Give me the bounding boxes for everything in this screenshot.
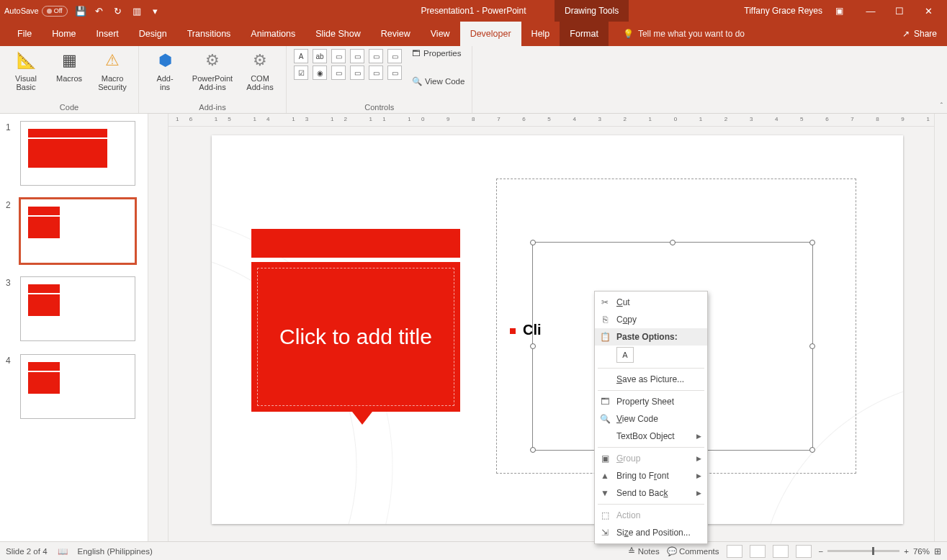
share-button[interactable]: ↗ Share <box>902 22 947 46</box>
chevron-right-icon: ▶ <box>696 433 701 440</box>
list-control-icon[interactable]: ▭ <box>331 49 346 63</box>
com-addins-button[interactable]: ⚙COM Add-ins <box>241 49 279 91</box>
ppt-addins-button[interactable]: ⚙PowerPoint Add-ins <box>189 49 235 91</box>
ribbon-group-addins: ⬢Add- ins ⚙PowerPoint Add-ins ⚙COM Add-i… <box>139 46 287 113</box>
chevron-right-icon: ▶ <box>696 489 701 497</box>
frame-control-icon[interactable]: ▭ <box>350 66 364 80</box>
macro-security-button[interactable]: ⚠Macro Security <box>94 49 131 91</box>
ribbon-group-controls: Aab▭▭▭▭ ☑◉▭▭▭▭ 🗔Properties 🔍View Code Co… <box>287 46 472 113</box>
resize-handle[interactable] <box>530 343 536 349</box>
ctx-textbox-object[interactable]: TextBox Object▶ <box>595 428 707 445</box>
ctx-send-to-back[interactable]: ▼Send to Back▶ <box>595 484 707 502</box>
qat-dropdown-icon[interactable]: ▾ <box>150 6 161 17</box>
visual-basic-button[interactable]: 📐Visual Basic <box>7 49 45 91</box>
tell-me-search[interactable]: 💡 Tell me what you want to do <box>623 22 745 46</box>
fit-to-window-button[interactable]: ⊞ <box>934 546 941 556</box>
notes-button[interactable]: ≙ Notes <box>628 546 659 556</box>
tab-developer[interactable]: Developer <box>460 22 521 46</box>
thumbnail-3[interactable]: 3 <box>6 276 148 341</box>
zoom-slider[interactable] <box>827 550 899 552</box>
thumbnail-4[interactable]: 4 <box>6 354 148 419</box>
resize-handle[interactable] <box>530 240 536 245</box>
ribbon: 📐Visual Basic ▦Macros ⚠Macro Security Co… <box>0 46 947 114</box>
resize-handle[interactable] <box>809 240 815 245</box>
zoom-in-button[interactable]: + <box>904 547 909 556</box>
resize-handle[interactable] <box>809 343 815 349</box>
start-from-beginning-icon[interactable]: ▥ <box>131 6 143 17</box>
option-button-icon[interactable]: ◉ <box>313 66 327 80</box>
resize-handle[interactable] <box>530 447 536 453</box>
collapse-ribbon-icon[interactable]: ˆ <box>941 102 943 110</box>
user-name[interactable]: Tiffany Grace Reyes <box>744 6 822 16</box>
ctx-size-and-position[interactable]: ⇲Size and Position... <box>595 524 707 541</box>
vertical-scrollbar[interactable] <box>934 114 947 541</box>
thumbnail-2[interactable]: 2 <box>6 199 148 263</box>
undo-icon[interactable]: ↶ <box>94 6 105 17</box>
normal-view-button[interactable] <box>727 545 742 558</box>
ribbon-display-icon[interactable]: ▣ <box>835 6 843 16</box>
slide-sorter-button[interactable] <box>750 545 766 558</box>
tab-file[interactable]: File <box>7 22 42 46</box>
macros-button[interactable]: ▦Macros <box>50 49 88 83</box>
tab-design[interactable]: Design <box>129 22 177 46</box>
addins-label: Add- ins <box>156 74 173 91</box>
tab-home[interactable]: Home <box>42 22 86 46</box>
share-label: Share <box>914 29 937 39</box>
spell-check-icon[interactable]: 📖 <box>58 546 68 556</box>
toggle-control-icon[interactable]: ▭ <box>331 66 346 80</box>
zoom-level[interactable]: 76% <box>913 547 930 556</box>
save-icon[interactable]: 💾 <box>75 6 86 17</box>
window-controls: — ☐ ✕ <box>856 6 943 17</box>
tab-transitions[interactable]: Transitions <box>177 22 241 46</box>
group-label-controls: Controls <box>294 101 464 112</box>
tab-help[interactable]: Help <box>521 22 560 46</box>
autosave-toggle[interactable]: AutoSave Off <box>4 6 68 17</box>
maximize-button[interactable]: ☐ <box>885 6 914 17</box>
macro-security-label: Macro Security <box>98 74 127 91</box>
ctx-view-code[interactable]: 🔍View Code <box>595 410 707 428</box>
resize-handle[interactable] <box>670 240 676 245</box>
properties-button[interactable]: 🗔Properties <box>412 49 464 58</box>
label-control-icon[interactable]: A <box>294 49 308 63</box>
cut-icon: ✂ <box>599 297 611 307</box>
tab-review[interactable]: Review <box>371 22 421 46</box>
spin-control-icon[interactable]: ▭ <box>387 49 402 63</box>
view-code-button[interactable]: 🔍View Code <box>412 76 464 86</box>
ctx-bring-to-front[interactable]: ▲Bring to Front▶ <box>595 467 707 484</box>
slideshow-view-button[interactable] <box>796 545 812 558</box>
ctx-copy[interactable]: ⎘Copy <box>595 311 707 328</box>
ctx-group: ▣Group▶ <box>595 450 707 467</box>
option-control-icon[interactable]: ▭ <box>369 49 383 63</box>
close-button[interactable]: ✕ <box>914 6 943 17</box>
language-indicator[interactable]: English (Philippines) <box>78 547 153 556</box>
ctx-save-as-picture[interactable]: Save as Picture... <box>595 371 707 388</box>
paste-keep-text-icon[interactable]: A <box>616 347 634 363</box>
resize-handle[interactable] <box>809 447 815 453</box>
tab-insert[interactable]: Insert <box>86 22 129 46</box>
tab-view[interactable]: View <box>421 22 460 46</box>
more-controls-icon[interactable]: ▭ <box>387 66 402 80</box>
zoom-out-button[interactable]: − <box>819 547 824 556</box>
textbox-control-icon[interactable]: ab <box>313 49 327 63</box>
command-button-icon[interactable]: ▭ <box>369 66 383 80</box>
slide[interactable]: Click to add title Cli <box>212 135 903 524</box>
slide-indicator[interactable]: Slide 2 of 4 <box>6 547 48 556</box>
addins-button[interactable]: ⬢Add- ins <box>146 49 184 91</box>
redo-icon[interactable]: ↻ <box>112 6 124 17</box>
tab-animations[interactable]: Animations <box>241 22 305 46</box>
tab-slide-show[interactable]: Slide Show <box>305 22 371 46</box>
minimize-button[interactable]: — <box>856 6 885 17</box>
combo-control-icon[interactable]: ▭ <box>350 49 364 63</box>
controls-properties-col: 🗔Properties 🔍View Code <box>412 49 464 86</box>
checkbox-control-icon[interactable]: ☑ <box>294 66 308 80</box>
ctx-cut[interactable]: ✂Cut <box>595 294 707 311</box>
properties-label: Properties <box>423 49 461 58</box>
title-placeholder[interactable]: Click to add title <box>251 262 460 412</box>
tab-format[interactable]: Format <box>560 22 609 46</box>
thumb-number: 3 <box>6 276 14 341</box>
comments-button[interactable]: 💬 Comments <box>667 546 719 556</box>
activex-controls-grid: Aab▭▭▭▭ ☑◉▭▭▭▭ <box>294 49 402 80</box>
ctx-property-sheet[interactable]: 🗔Property Sheet <box>595 393 707 410</box>
thumbnail-1[interactable]: 1 <box>6 121 148 186</box>
reading-view-button[interactable] <box>773 545 789 558</box>
